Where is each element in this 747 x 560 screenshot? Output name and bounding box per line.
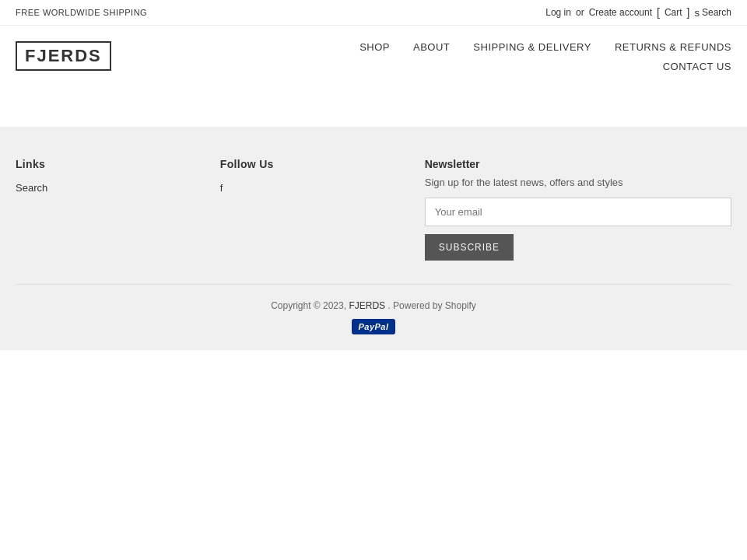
paypal-icon: PayPal — [352, 319, 395, 334]
nav-contact[interactable]: CONTACT US — [663, 61, 731, 72]
nav-top: SHOP ABOUT SHIPPING & DELIVERY RETURNS &… — [359, 41, 731, 53]
shipping-notice: FREE WORLDWIDE SHIPPING — [16, 8, 147, 17]
footer-grid: Links Search Follow Us f Newsletter Sign… — [16, 158, 731, 261]
login-link[interactable]: Log in — [545, 7, 571, 18]
or-text: or — [576, 7, 584, 18]
header: FJERDS SHOP ABOUT SHIPPING & DELIVERY RE… — [0, 26, 747, 80]
footer-bottom: Copyright © 2023, FJERDS . Powered by Sh… — [16, 284, 731, 334]
footer-search-link[interactable]: Search — [16, 182, 220, 194]
links-col-title: Links — [16, 158, 220, 170]
footer-follow-col: Follow Us f — [220, 158, 425, 261]
nav-shipping[interactable]: SHIPPING & DELIVERY — [473, 41, 591, 53]
subscribe-button[interactable]: SUBSCRIBE — [425, 234, 514, 261]
footer-links-col: Links Search — [16, 158, 220, 261]
top-bar: FREE WORLDWIDE SHIPPING Log in or Create… — [0, 0, 747, 26]
facebook-link[interactable]: f — [220, 182, 425, 194]
footer: Links Search Follow Us f Newsletter Sign… — [0, 127, 747, 350]
nav-shop[interactable]: SHOP — [359, 41, 390, 53]
nav-about[interactable]: ABOUT — [413, 41, 450, 53]
main-nav: SHOP ABOUT SHIPPING & DELIVERY RETURNS &… — [111, 41, 731, 72]
logo[interactable]: FJERDS — [16, 41, 111, 71]
nav-returns[interactable]: RETURNS & REFUNDS — [615, 41, 731, 53]
create-account-link[interactable]: Create account — [589, 7, 652, 18]
facebook-icon: f — [220, 182, 223, 194]
cart-bracket-open: [ — [657, 6, 660, 19]
nav-bottom: CONTACT US — [663, 61, 731, 72]
newsletter-title: Newsletter — [425, 158, 731, 170]
follow-col-title: Follow Us — [220, 158, 425, 170]
copyright-brand-link[interactable]: FJERDS — [349, 300, 385, 311]
search-icon: s — [694, 7, 700, 19]
cart-bracket-close: ] — [687, 6, 690, 19]
footer-newsletter-col: Newsletter Sign up for the latest news, … — [425, 158, 731, 261]
newsletter-desc: Sign up for the latest news, offers and … — [425, 177, 731, 188]
search-link[interactable]: s Search — [694, 7, 731, 19]
payment-icons: PayPal — [16, 319, 731, 334]
email-input[interactable] — [425, 198, 731, 226]
cart-link[interactable]: Cart — [665, 7, 682, 18]
copyright-text: Copyright © 2023, FJERDS . Powered by Sh… — [16, 300, 731, 311]
top-bar-right: Log in or Create account [ Cart ] s Sear… — [545, 6, 731, 19]
